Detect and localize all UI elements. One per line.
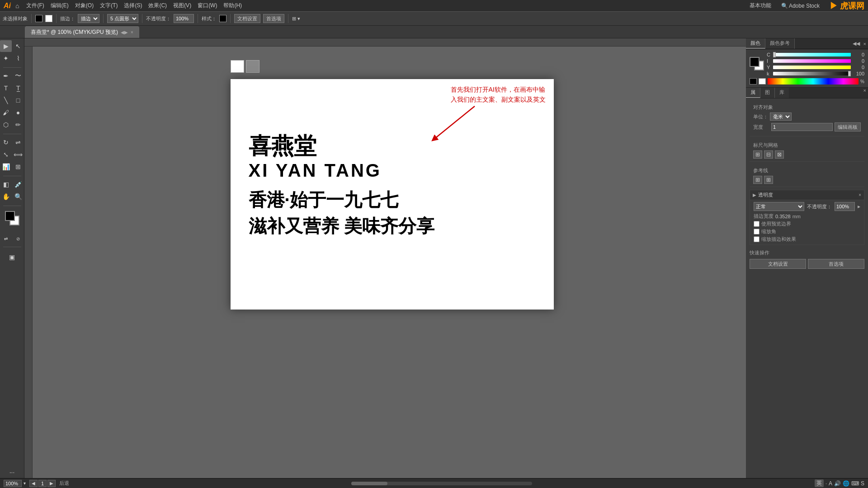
color-panel-tab[interactable]: 颜色 — [746, 38, 765, 49]
pen-tool[interactable]: ✒ — [0, 70, 12, 82]
doc-settings-quick-btn[interactable]: 文档设置 — [750, 259, 806, 269]
selection-tool[interactable]: ▶ — [0, 40, 12, 52]
ruler-icon-1[interactable]: ⊞ — [753, 150, 762, 159]
zoom-down-btn[interactable]: ▾ — [24, 481, 26, 486]
expand-shape-cb[interactable] — [754, 229, 760, 235]
doc-settings-button[interactable]: 文档设置 — [234, 14, 260, 23]
zoom-tool[interactable]: 🔍 — [12, 191, 24, 202]
pencil-tool[interactable]: ✏ — [12, 119, 24, 131]
reflect-tool[interactable]: ⇌ — [12, 136, 24, 148]
more-tools-button[interactable]: ··· — [6, 466, 18, 478]
menu-select[interactable]: 选择(S) — [121, 2, 145, 9]
fill-color-swatch[interactable] — [45, 15, 52, 22]
width-input[interactable] — [771, 123, 833, 131]
guide-icon-1[interactable]: ⊞ — [753, 176, 762, 184]
page-input[interactable] — [38, 480, 47, 487]
edit-artboard-btn[interactable]: 编辑画板 — [835, 122, 861, 131]
workspace-selector[interactable]: 基本功能 — [750, 2, 771, 9]
line-tool[interactable]: ╲ — [0, 94, 12, 106]
blend-mode-select[interactable]: 正常 — [754, 202, 804, 211]
artboard-container: 首先我们打开AI软件，在画布中输入我们的主文案、副文案以及英文 喜燕堂 XI Y… — [231, 79, 554, 310]
fg-swatch[interactable] — [750, 57, 760, 67]
use-preview-bounds-cb[interactable] — [754, 221, 760, 227]
color-spectrum[interactable] — [768, 78, 859, 84]
page-prev-btn[interactable]: ◀ — [29, 480, 38, 487]
library-tab[interactable]: 库 — [775, 88, 789, 98]
document-tab[interactable]: 喜燕堂* @ 100% (CMYK/GPU 预览) ◀▶ × — [25, 26, 139, 38]
direct-selection-tool[interactable]: ↖ — [12, 40, 24, 52]
menu-window[interactable]: 窗口(W) — [195, 2, 220, 9]
blob-brush-tool[interactable]: ● — [12, 107, 24, 118]
color-ref-tab[interactable]: 颜色参考 — [765, 38, 795, 49]
touch-type-tool[interactable]: T̲ — [12, 82, 24, 94]
svg-line-1 — [434, 106, 475, 139]
paintbrush-tool[interactable]: 🖌 — [0, 107, 12, 118]
k-slider[interactable] — [773, 72, 851, 75]
stroke-color-swatch[interactable] — [35, 15, 42, 22]
menu-help[interactable]: 帮助(H) — [221, 2, 245, 9]
eyedropper-tool[interactable]: 💉 — [12, 178, 24, 190]
swap-colors-icon[interactable]: ⇄ — [0, 233, 12, 244]
width-select[interactable]: 5 点圆形 — [107, 14, 138, 23]
menu-edit[interactable]: 编辑(E) — [48, 2, 71, 9]
menu-view[interactable]: 视图(V) — [170, 2, 194, 9]
style-swatch[interactable] — [219, 15, 226, 22]
tray-icon-5[interactable]: S — [861, 480, 864, 487]
scale-tool[interactable]: ⤡ — [0, 149, 12, 160]
c-slider[interactable] — [773, 53, 851, 56]
graph-tool[interactable]: 📊 — [0, 161, 12, 173]
menu-effect[interactable]: 效果(C) — [146, 2, 170, 9]
preferences-button[interactable]: 首选项 — [263, 14, 284, 23]
magic-wand-tool[interactable]: ✦ — [0, 52, 12, 64]
search-area[interactable]: 🔍 — [781, 3, 788, 9]
prop-panel-close[interactable]: × — [862, 88, 868, 98]
tab-close-button[interactable]: × — [131, 30, 133, 35]
ime-indicator[interactable]: 英 — [815, 479, 824, 487]
unit-select[interactable]: 毫米 — [770, 113, 792, 121]
tray-icon-1[interactable]: A — [829, 480, 832, 487]
type-tool[interactable]: T — [0, 82, 12, 94]
page-next-btn[interactable]: ▶ — [47, 480, 56, 487]
home-icon[interactable]: ⌂ — [15, 2, 19, 9]
stroke-type-select[interactable]: 描边 — [78, 14, 99, 23]
zoom-input[interactable] — [4, 480, 22, 487]
foreground-color-swatch[interactable] — [5, 211, 15, 221]
opacity-input[interactable] — [174, 14, 194, 23]
h-scrollbar[interactable] — [351, 482, 532, 485]
rotate-tool[interactable]: ↻ — [0, 136, 12, 148]
adobe-stock-link[interactable]: Adobe Stock — [789, 3, 820, 9]
mesh-tool[interactable]: ⊞ — [12, 161, 24, 173]
width-tool[interactable]: ⟺ — [12, 149, 24, 160]
none-color-icon[interactable]: ⊘ — [12, 233, 24, 244]
attr-tab[interactable]: 属 — [746, 88, 760, 98]
guide-icon-2[interactable]: ⊞ — [764, 176, 773, 184]
hand-tool[interactable]: ✋ — [0, 191, 12, 202]
panel-close-btn[interactable]: × — [862, 41, 868, 47]
tray-icon-2[interactable]: 🔊 — [834, 480, 841, 487]
tray-icon-4[interactable]: ⌨ — [851, 480, 859, 487]
ruler-icon-2[interactable]: ⊟ — [764, 150, 773, 159]
tray-icon-3[interactable]: 🌐 — [843, 480, 849, 487]
trans-arrow[interactable]: ▶ — [753, 192, 756, 197]
lasso-tool[interactable]: ⌇ — [12, 52, 24, 64]
m-slider[interactable] — [773, 59, 851, 63]
menu-file[interactable]: 文件(F) — [24, 2, 47, 9]
ruler-icon-3[interactable]: ⊠ — [775, 150, 784, 159]
arrange-icon[interactable]: ⊞ ▾ — [292, 16, 300, 22]
panel-collapse-btn[interactable]: ◀◀ — [851, 41, 862, 47]
screen-mode-button[interactable]: ▣ — [6, 251, 18, 263]
trans-collapse[interactable]: × — [859, 192, 861, 197]
scrollbar-thumb[interactable] — [351, 482, 387, 485]
layers-tab[interactable]: 图 — [760, 88, 775, 98]
gradient-tool[interactable]: ◧ — [0, 178, 12, 190]
y-slider[interactable] — [773, 66, 851, 69]
rect-tool[interactable]: □ — [12, 94, 24, 106]
scale-stroke-cb[interactable] — [754, 236, 760, 242]
shaper-tool[interactable]: ⬡ — [0, 119, 12, 131]
opacity-input-t[interactable] — [835, 202, 855, 211]
menu-object[interactable]: 对象(O) — [72, 2, 96, 9]
curvature-tool[interactable]: 〜 — [12, 70, 24, 82]
preferences-quick-btn[interactable]: 首选项 — [808, 259, 864, 269]
menu-text[interactable]: 文字(T) — [97, 2, 120, 9]
trans-chevron-btn[interactable]: ▸ — [858, 203, 860, 210]
